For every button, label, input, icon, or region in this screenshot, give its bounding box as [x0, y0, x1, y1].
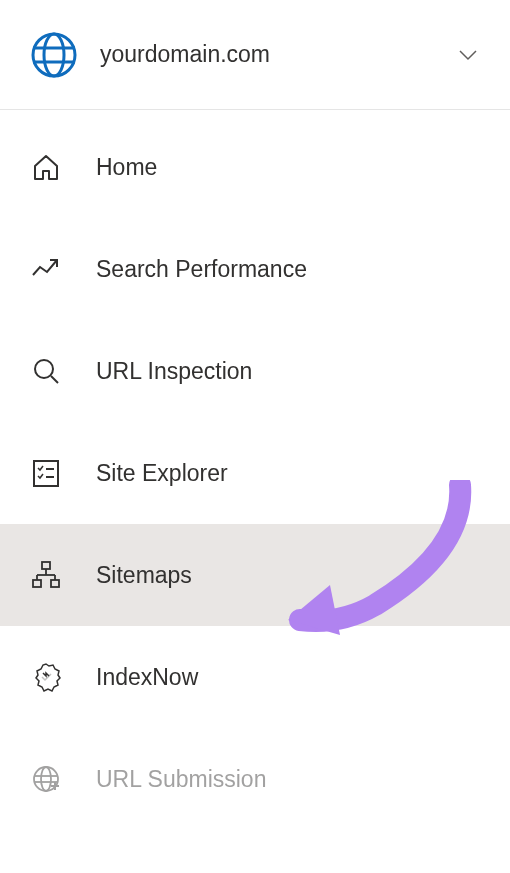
svg-rect-6	[34, 461, 58, 486]
svg-line-5	[51, 376, 58, 383]
globe-icon	[30, 31, 78, 79]
sitemap-icon	[30, 559, 62, 591]
svg-point-0	[33, 34, 75, 76]
sidebar-item-label: URL Inspection	[96, 358, 252, 385]
sidebar-item-url-inspection[interactable]: URL Inspection	[0, 320, 510, 422]
header[interactable]: yourdomain.com	[0, 0, 510, 110]
sidebar-item-label: Home	[96, 154, 157, 181]
svg-point-1	[44, 34, 64, 76]
svg-point-17	[41, 767, 51, 791]
domain-text: yourdomain.com	[100, 41, 270, 68]
sidebar-nav: Home Search Performance URL Inspection	[0, 110, 510, 830]
search-icon	[30, 355, 62, 387]
sidebar-item-label: Sitemaps	[96, 562, 192, 589]
svg-rect-10	[33, 580, 41, 587]
svg-rect-9	[42, 562, 50, 569]
sidebar-item-search-performance[interactable]: Search Performance	[0, 218, 510, 320]
home-icon	[30, 151, 62, 183]
sidebar-item-label: Search Performance	[96, 256, 307, 283]
header-left: yourdomain.com	[30, 31, 270, 79]
gear-icon	[30, 661, 62, 693]
sidebar-item-indexnow[interactable]: IndexNow	[0, 626, 510, 728]
trend-up-icon	[30, 253, 62, 285]
checklist-icon	[30, 457, 62, 489]
sidebar-item-label: URL Submission	[96, 766, 266, 793]
sidebar-item-home[interactable]: Home	[0, 116, 510, 218]
chevron-down-icon[interactable]	[456, 43, 480, 67]
sidebar-item-sitemaps[interactable]: Sitemaps	[0, 524, 510, 626]
sidebar-item-label: IndexNow	[96, 664, 198, 691]
svg-rect-11	[51, 580, 59, 587]
globe-plus-icon	[30, 763, 62, 795]
svg-point-4	[35, 360, 53, 378]
sidebar-item-label: Site Explorer	[96, 460, 228, 487]
sidebar-item-url-submission[interactable]: URL Submission	[0, 728, 510, 830]
sidebar-item-site-explorer[interactable]: Site Explorer	[0, 422, 510, 524]
